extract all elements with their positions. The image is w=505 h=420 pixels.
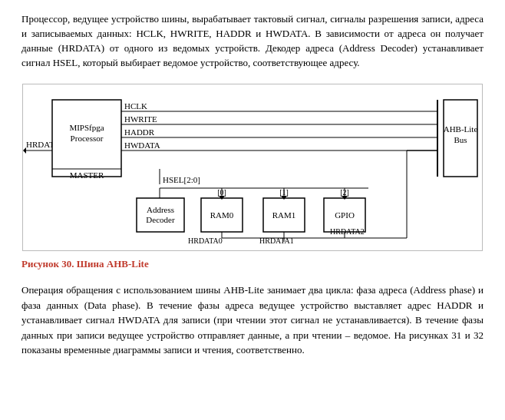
svg-text:GPIO: GPIO [335,210,355,220]
svg-text:Processor: Processor [71,134,104,143]
svg-text:Bus: Bus [454,135,467,144]
svg-text:RAM0: RAM0 [210,210,234,220]
svg-text:HCLK: HCLK [124,101,147,111]
svg-text:HWRITE: HWRITE [124,114,157,124]
svg-text:Decoder: Decoder [146,215,175,224]
diagram-container: HRDATA MIPSfpga Processor MASTER HCLK HW… [22,84,483,251]
svg-text:HRDATA0: HRDATA0 [188,236,223,245]
body-paragraph: Операция обращения с использованием шины… [21,283,484,358]
svg-text:Address: Address [147,205,174,214]
svg-text:MIPSfpga: MIPSfpga [69,123,104,132]
svg-marker-16 [23,147,26,154]
intro-paragraph: Процессор, ведущее устройство шины, выра… [21,12,484,70]
svg-text:HWDATA: HWDATA [124,141,160,150]
svg-text:HRDATA2: HRDATA2 [330,227,365,236]
svg-text:HSEL[2:0]: HSEL[2:0] [163,175,200,184]
svg-text:MASTER: MASTER [70,170,104,180]
svg-text:HRDATA1: HRDATA1 [259,236,294,245]
svg-text:AHB-Lite: AHB-Lite [444,124,478,134]
figure-caption: Рисунок 30. Шина AHB-Lite [21,257,484,272]
svg-text:HADDR: HADDR [124,127,155,137]
svg-text:RAM1: RAM1 [272,210,296,220]
